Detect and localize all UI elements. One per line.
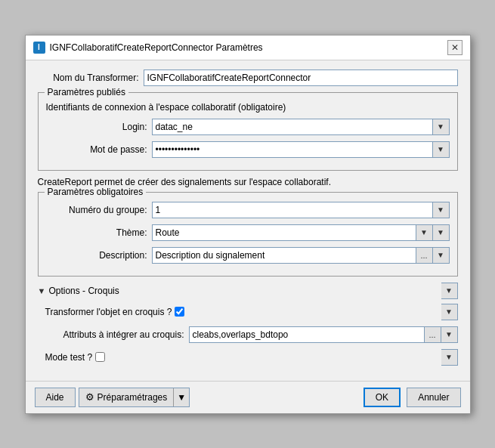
mandatory-params-title: Paramètres obligatoires: [45, 187, 147, 197]
attrs-dropdown-button[interactable]: ▼: [441, 326, 458, 343]
transformer-name-label: Nom du Transformer:: [38, 73, 144, 83]
mandatory-params-inner: Numéro du groupe: ▼ Thème: Route ▼: [46, 202, 450, 264]
mode-test-row: Mode test ? ▼: [38, 349, 458, 366]
group-number-row: Numéro du groupe: ▼: [46, 202, 450, 218]
preprametrages-label: Préparamétrages: [97, 392, 168, 403]
published-params-title: Paramètres publiés: [45, 87, 128, 97]
options-section-label: Options - Croquis: [48, 286, 119, 296]
login-label: Login:: [46, 122, 152, 132]
theme-select-wrapper: Route ▼: [152, 224, 433, 241]
main-dialog: I IGNFCollaboratifCreateReportConnector …: [25, 35, 471, 414]
footer-left: Aide ⚙ Préparamétrages ▼: [35, 388, 190, 407]
preprametrages-main[interactable]: ⚙ Préparamétrages: [79, 388, 175, 406]
ellipsis-icon: ...: [420, 251, 427, 260]
gear-icon: ⚙: [85, 391, 94, 403]
dialog-body: Nom du Transformer: Paramètres publiés I…: [26, 60, 470, 381]
preprametrages-button[interactable]: ⚙ Préparamétrages ▼: [79, 388, 190, 407]
footer-right: OK Annuler: [364, 388, 461, 407]
aide-button[interactable]: Aide: [35, 388, 76, 407]
description-input[interactable]: [152, 247, 416, 264]
title-bar-left: I IGNFCollaboratifCreateReportConnector …: [33, 42, 263, 54]
password-dropdown-button[interactable]: ▼: [433, 141, 450, 158]
dropdown-arrow-icon: ▼: [437, 145, 444, 153]
attrs-label: Attributs à intégrer au croquis:: [45, 329, 189, 340]
group-number-input[interactable]: [152, 202, 433, 218]
dropdown-arrow-icon: ▼: [437, 228, 444, 236]
theme-select-arrow: ▼: [416, 224, 433, 241]
attrs-row: Attributs à intégrer au croquis: ... ▼: [38, 326, 458, 343]
preprametrages-dropdown-icon: ▼: [177, 392, 186, 403]
mode-test-dropdown-button[interactable]: ▼: [441, 349, 458, 366]
password-input[interactable]: [152, 141, 433, 158]
close-icon: ✕: [451, 42, 459, 53]
connection-group: Identifiants de connexion à l'espace col…: [46, 102, 450, 158]
dialog-title: IGNFCollaboratifCreateReportConnector Pa…: [50, 42, 263, 53]
dropdown-arrow-icon: ▼: [445, 286, 453, 295]
options-dropdown-button[interactable]: ▼: [441, 283, 458, 299]
description-label: Description:: [46, 250, 152, 261]
dropdown-arrow-icon: ▼: [437, 205, 444, 214]
theme-dropdown-button[interactable]: ▼: [433, 224, 450, 241]
connection-group-label: Identifiants de connexion à l'espace col…: [46, 102, 450, 113]
ellipsis-icon: ...: [428, 330, 435, 339]
dropdown-arrow-icon: ▼: [445, 353, 453, 361]
published-params-group: Paramètres publiés Identifiants de conne…: [38, 92, 458, 171]
dropdown-arrow-icon: ▼: [437, 122, 444, 131]
options-section-header[interactable]: ▼ Options - Croquis ▼: [38, 283, 458, 299]
close-button[interactable]: ✕: [447, 40, 463, 55]
password-row: Mot de passe: ▼: [46, 141, 450, 158]
transformer-name-input[interactable]: [144, 70, 458, 86]
create-report-info-text: CreateReport permet de créer des signale…: [38, 177, 458, 187]
login-input[interactable]: [152, 119, 433, 135]
dialog-footer: Aide ⚙ Préparamétrages ▼ OK Annuler: [26, 381, 470, 413]
login-row: Login: ▼: [46, 119, 450, 135]
preprametrages-arrow[interactable]: ▼: [174, 388, 189, 406]
options-section: ▼ Options - Croquis ▼ Transformer l'obje…: [38, 283, 458, 366]
attrs-input[interactable]: [189, 326, 425, 343]
annuler-button[interactable]: Annuler: [407, 388, 460, 407]
transform-row: Transformer l'objet en croquis ? ▼: [38, 304, 458, 320]
password-label: Mot de passe:: [46, 144, 152, 155]
mandatory-params-group: Paramètres obligatoires Numéro du groupe…: [38, 192, 458, 277]
aide-label: Aide: [46, 392, 64, 403]
group-number-label: Numéro du groupe:: [46, 205, 152, 215]
theme-row: Thème: Route ▼ ▼: [46, 224, 450, 241]
theme-label: Thème:: [46, 227, 152, 238]
description-dropdown-button[interactable]: ▼: [433, 247, 450, 264]
transform-checkbox[interactable]: [175, 307, 184, 317]
title-bar: I IGNFCollaboratifCreateReportConnector …: [26, 36, 470, 60]
annuler-label: Annuler: [418, 392, 449, 403]
description-row: Description: ... ▼: [46, 247, 450, 264]
mode-test-label: Mode test ?: [45, 352, 93, 363]
ok-button[interactable]: OK: [364, 388, 401, 407]
login-dropdown-button[interactable]: ▼: [433, 119, 450, 135]
transformer-name-row: Nom du Transformer:: [38, 70, 458, 86]
group-number-dropdown-button[interactable]: ▼: [433, 202, 450, 218]
description-ellipsis-button[interactable]: ...: [416, 247, 433, 264]
attrs-ellipsis-button[interactable]: ...: [425, 326, 441, 343]
collapse-arrow-icon: ▼: [38, 286, 46, 295]
dropdown-arrow-icon: ▼: [445, 330, 453, 338]
theme-select[interactable]: Route: [152, 224, 416, 241]
dropdown-arrow-icon: ▼: [445, 307, 453, 316]
transform-label: Transformer l'objet en croquis ?: [45, 307, 172, 317]
ok-label: OK: [376, 392, 388, 403]
transform-dropdown-button[interactable]: ▼: [441, 304, 458, 320]
dialog-icon: I: [33, 42, 45, 54]
mode-test-checkbox[interactable]: [95, 352, 105, 362]
dropdown-arrow-icon: ▼: [437, 251, 444, 259]
